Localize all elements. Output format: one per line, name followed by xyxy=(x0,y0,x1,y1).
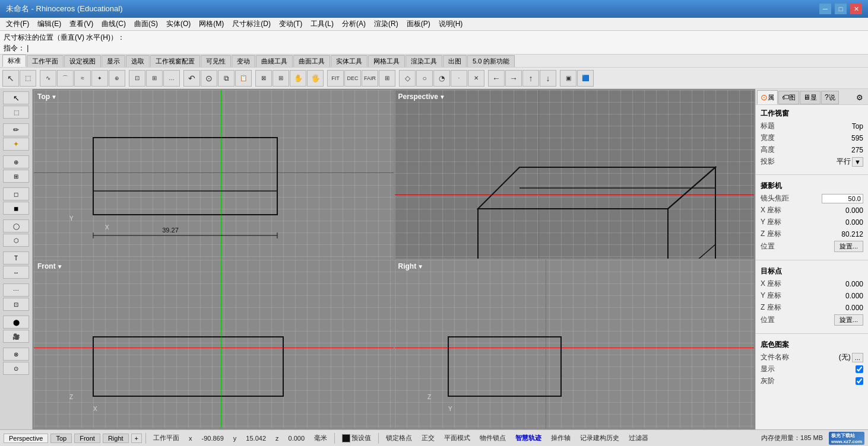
tb-edit-pts2[interactable]: ⊕ xyxy=(109,70,125,87)
tab-new-features[interactable]: 5.0 的新功能 xyxy=(467,55,515,67)
close-button[interactable]: ✕ xyxy=(850,4,862,14)
tb-snap[interactable]: ⊡ xyxy=(129,70,145,87)
tb-solid2[interactable]: 🟦 xyxy=(577,70,594,87)
tb-select2[interactable]: ⬚ xyxy=(20,70,36,87)
tb-copy[interactable]: ⧉ xyxy=(218,70,235,87)
sb-smarttrack[interactable]: 智慧轨迹 xyxy=(512,434,545,442)
tab-visibility[interactable]: 可见性 xyxy=(201,55,231,67)
sb-planar[interactable]: 平面模式 xyxy=(441,434,474,442)
sb-tab-top[interactable]: Top xyxy=(50,434,72,443)
tab-curve-tools[interactable]: 曲綫工具 xyxy=(256,55,293,67)
menu-curve[interactable]: 曲线(C) xyxy=(98,18,129,30)
tb-point[interactable]: ∿ xyxy=(40,70,56,87)
tb-dec[interactable]: DEC xyxy=(344,70,361,87)
lp-surface[interactable]: ◻ xyxy=(3,187,29,200)
tb-snap2[interactable]: ⊞ xyxy=(146,70,163,87)
rp-cam-pos-btn[interactable]: 旋置... xyxy=(834,241,863,252)
sb-op-axis[interactable]: 操作轴 xyxy=(547,434,574,442)
rp-tab-properties[interactable]: ⊙ 属 xyxy=(757,90,778,104)
tb-line[interactable]: ⌒ xyxy=(57,70,74,87)
maximize-button[interactable]: □ xyxy=(835,4,847,14)
lp-dim[interactable]: ↔ xyxy=(3,266,29,279)
lp-draw[interactable]: ✏ xyxy=(3,123,29,136)
tab-viewconfig[interactable]: 工作视窗配置 xyxy=(150,55,200,67)
lp-circle[interactable]: ◯ xyxy=(3,219,29,232)
menu-surface[interactable]: 曲面(S) xyxy=(131,18,161,30)
tab-surface-tools[interactable]: 曲面工具 xyxy=(293,55,330,67)
rp-settings-gear[interactable]: ⚙ xyxy=(853,91,867,104)
menu-edit[interactable]: 编辑(E) xyxy=(34,18,65,30)
lp-snap2[interactable]: ⊡ xyxy=(3,298,29,311)
sb-osnap[interactable]: 物件锁点 xyxy=(476,434,509,442)
vp-front-label[interactable]: Front ▼ xyxy=(37,262,63,270)
rp-tgt-pos-btn[interactable]: 旋置... xyxy=(834,314,863,326)
rp-bg-display-checkbox[interactable] xyxy=(856,365,863,373)
tb-paste[interactable]: 📋 xyxy=(235,70,252,87)
menu-solid[interactable]: 实体(O) xyxy=(163,18,194,30)
rp-tab-layer[interactable]: 🏷 图 xyxy=(778,91,799,104)
lp-transform[interactable]: ⊕ xyxy=(3,155,29,168)
tab-workplane[interactable]: 工作平面 xyxy=(27,55,64,67)
menu-analyze[interactable]: 分析(A) xyxy=(338,18,369,30)
sb-ortho[interactable]: 正交 xyxy=(418,434,438,442)
sb-filter[interactable]: 过滤器 xyxy=(625,434,652,442)
tab-select[interactable]: 选取 xyxy=(126,55,150,67)
tb-zoom-ext[interactable]: ⊠ xyxy=(255,70,272,87)
tab-solid-tools[interactable]: 实体工具 xyxy=(331,55,368,67)
tab-print[interactable]: 出图 xyxy=(443,55,467,67)
tb-circle[interactable]: ○ xyxy=(416,70,433,87)
tb-solid1[interactable]: ▣ xyxy=(560,70,576,87)
tab-display[interactable]: 显示 xyxy=(102,55,125,67)
lp-misc2[interactable]: ⊙ xyxy=(3,362,29,375)
tb-edit-pts[interactable]: ✦ xyxy=(91,70,108,87)
tb-arc[interactable]: ◔ xyxy=(433,70,450,87)
tab-standard[interactable]: 标准 xyxy=(2,55,26,67)
vp-top-label[interactable]: Top ▼ xyxy=(37,93,57,101)
tb-fit[interactable]: FIT xyxy=(327,70,344,87)
rp-bg-browse-btn[interactable]: ... xyxy=(852,353,863,362)
lp-text[interactable]: T xyxy=(3,251,29,265)
tb-down[interactable]: ↓ xyxy=(540,70,556,87)
minimize-button[interactable]: ─ xyxy=(819,4,831,14)
tb-select-tool[interactable]: ↖ xyxy=(2,70,19,87)
tab-transform[interactable]: 变动 xyxy=(232,55,255,67)
tb-undo[interactable]: ↶ xyxy=(183,70,200,87)
tb-zoom[interactable]: ⊞ xyxy=(273,70,289,87)
tab-mesh-tools[interactable]: 网格工具 xyxy=(368,55,405,67)
tb-fair[interactable]: FAIR xyxy=(362,70,378,87)
lp-hex[interactable]: ⬡ xyxy=(3,234,29,247)
lp-misc1[interactable]: ⊗ xyxy=(3,348,29,361)
tb-pan2[interactable]: 🖐 xyxy=(307,70,324,87)
menu-tools[interactable]: 工具(L) xyxy=(307,18,337,30)
lp-measure[interactable]: ⊞ xyxy=(3,170,29,183)
menu-file[interactable]: 文件(F) xyxy=(2,18,33,30)
rp-projection-dropdown[interactable]: ▼ xyxy=(852,157,863,167)
menu-help[interactable]: 说明(H) xyxy=(435,18,467,30)
menu-dimension[interactable]: 尺寸标注(D) xyxy=(229,18,274,30)
lp-snap1[interactable]: ⋯ xyxy=(3,283,29,297)
sb-grid-snap[interactable]: 锁定格点 xyxy=(382,434,416,442)
sb-tab-right[interactable]: Right xyxy=(103,434,129,443)
lp-frame[interactable]: ⬚ xyxy=(3,106,29,119)
tab-render-tools[interactable]: 渲染工具 xyxy=(406,55,442,67)
tb-ctrl-pts[interactable]: ≈ xyxy=(74,70,91,87)
menu-render[interactable]: 渲染(R) xyxy=(370,18,402,30)
viewport-front[interactable]: Z X Front ▼ xyxy=(34,260,394,428)
rp-tab-display[interactable]: 🖥 显 xyxy=(800,91,821,104)
rp-tab-help[interactable]: ? 说 xyxy=(821,91,839,104)
lp-camera[interactable]: 🎥 xyxy=(3,330,29,343)
viewport-right[interactable]: Z Y Right ▼ xyxy=(395,260,755,428)
tb-curve1[interactable]: ◇ xyxy=(399,70,416,87)
vp-right-label[interactable]: Right ▼ xyxy=(398,262,424,270)
tab-setview[interactable]: 设定视图 xyxy=(64,55,101,67)
menu-transform[interactable]: 变动(T) xyxy=(275,18,306,30)
menu-view[interactable]: 查看(V) xyxy=(66,18,97,30)
viewport-top[interactable]: Y X 39.27 Top ▼ xyxy=(34,90,394,259)
tb-fwd[interactable]: → xyxy=(505,70,522,87)
tb-redo[interactable]: ⊙ xyxy=(201,70,217,87)
lp-draw2[interactable]: ✦ xyxy=(3,138,29,151)
tb-snap3[interactable]: … xyxy=(163,70,180,87)
lp-lights[interactable]: ⬤ xyxy=(3,316,29,329)
tb-up[interactable]: ↑ xyxy=(522,70,539,87)
menu-mesh[interactable]: 网格(M) xyxy=(195,18,227,30)
